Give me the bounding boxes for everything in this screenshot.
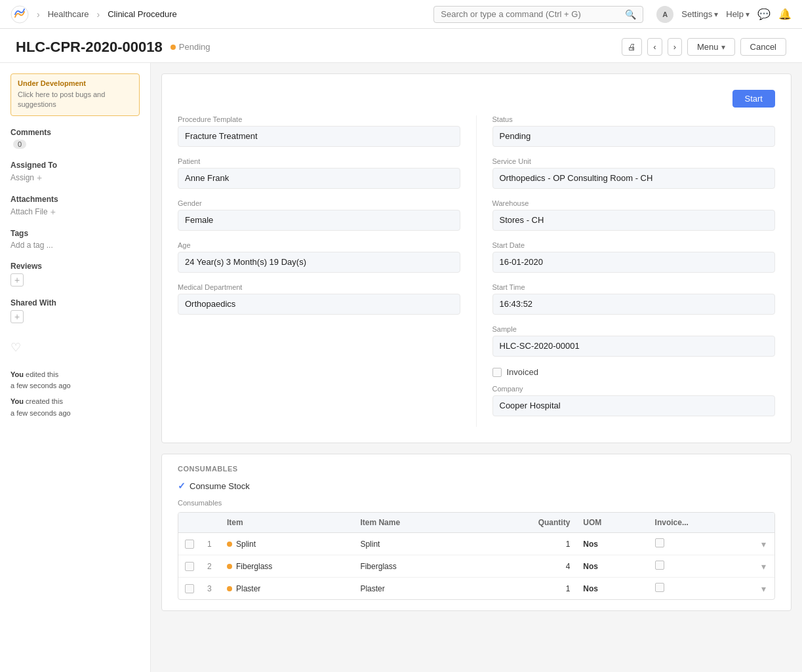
sidebar: Under Development Click here to post bug… [0,63,151,672]
start-btn-area: Start [178,90,775,108]
menu-button[interactable]: Menu ▾ [687,38,735,56]
comments-value[interactable]: 0 [10,140,140,149]
row-checkbox-cell[interactable] [178,555,201,578]
invoiced-label: Invoiced [507,367,538,377]
add-review-button[interactable]: + [10,273,140,287]
tags-label: Tags [10,229,140,238]
col-check-header [178,513,201,533]
warehouse-label: Warehouse [492,199,776,207]
start-button[interactable]: Start [732,90,775,108]
row-quantity: 1 [474,578,576,600]
table-row: 3 Plaster Plaster 1 Nos ▾ [178,578,774,600]
row-dropdown[interactable]: ▾ [755,578,774,600]
history-time-1: a few seconds ago [10,382,71,389]
breadcrumb-sep-1: › [37,9,40,20]
sidebar-history: You edited thisa few seconds ago You cre… [10,369,140,419]
field-warehouse: Warehouse Stores - CH [492,199,776,231]
row-quantity: 1 [474,533,576,555]
cancel-button[interactable]: Cancel [740,38,786,56]
gender-value[interactable]: Female [178,210,460,231]
patient-label: Patient [178,157,460,165]
print-button[interactable]: 🖨 [622,38,642,56]
field-patient: Patient Anne Frank [178,157,460,189]
col-quantity-header: Quantity [474,513,576,533]
page-layout: Under Development Click here to post bug… [0,63,802,672]
sidebar-banner[interactable]: Under Development Click here to post bug… [10,73,140,116]
chat-icon[interactable]: 💬 [757,8,771,20]
status-field-value[interactable]: Pending [492,126,776,147]
row-quantity: 4 [474,555,576,578]
row-invoice[interactable] [649,555,755,578]
consume-stock-label: Consume Stock [190,481,250,491]
doc-header: HLC-CPR-2020-00018 Pending 🖨 ‹ › Menu ▾ … [0,29,802,63]
field-status: Status Pending [492,115,776,147]
table-header-row: Item Item Name Quantity UOM Invoice... [178,513,774,533]
field-start-time: Start Time 16:43:52 [492,283,776,315]
row-uom: Nos [576,578,648,600]
row-invoice[interactable] [649,533,755,555]
field-service-unit: Service Unit Orthopedics - OP Consulting… [492,157,776,189]
start-time-label: Start Time [492,283,776,291]
gender-label: Gender [178,199,460,207]
company-label: Company [492,385,776,393]
status-label: Pending [179,42,211,52]
next-button[interactable]: › [668,38,682,56]
medical-dept-value[interactable]: Orthopaedics [178,294,460,315]
start-date-label: Start Date [492,241,776,249]
row-dropdown[interactable]: ▾ [755,555,774,578]
status-field-label: Status [492,115,776,123]
form-left-col: Procedure Template Fracture Treatment Pa… [178,115,477,427]
row-dropdown[interactable]: ▾ [755,533,774,555]
row-checkbox-cell[interactable] [178,578,201,600]
field-start-date: Start Date 16-01-2020 [492,241,776,273]
add-tag-button[interactable]: Add a tag ... [10,241,140,250]
invoiced-checkbox[interactable] [492,368,502,377]
settings-link[interactable]: Settings ▾ [681,9,718,19]
bell-icon[interactable]: 🔔 [778,8,792,20]
help-link[interactable]: Help ▾ [726,9,750,19]
app-logo[interactable] [10,5,29,24]
sidebar-comments: Comments 0 [10,128,140,149]
breadcrumb-healthcare[interactable]: Healthcare [48,9,89,19]
start-date-value[interactable]: 16-01-2020 [492,252,776,273]
sidebar-tags: Tags Add a tag ... [10,229,140,250]
history-actor-2: You [10,397,24,405]
attach-plus-icon: + [50,207,56,217]
heart-icon[interactable]: ♡ [10,340,140,355]
service-unit-label: Service Unit [492,157,776,165]
procedure-template-value[interactable]: Fracture Treatment [178,126,460,147]
prev-button[interactable]: ‹ [647,38,662,56]
col-item-header: Item [220,513,353,533]
row-item: Splint [220,533,353,555]
row-num: 1 [201,533,220,555]
company-value[interactable]: Cooper Hospital [492,395,776,416]
sample-value[interactable]: HLC-SC-2020-00001 [492,336,776,357]
main-content: Start Procedure Template Fracture Treatm… [151,63,802,672]
history-action-2: created this [26,397,63,405]
avatar: A [656,6,673,23]
search-bar[interactable]: 🔍 [433,6,643,23]
consumables-section-title: CONSUMABLES [178,465,775,473]
breadcrumb-clinical-procedure[interactable]: Clinical Procedure [108,9,177,19]
form-card: Start Procedure Template Fracture Treatm… [161,73,792,443]
history-actor-1: You [10,370,24,378]
patient-value[interactable]: Anne Frank [178,168,460,189]
consume-check-icon: ✓ [178,481,186,491]
search-input[interactable] [441,9,625,19]
search-icon: 🔍 [625,9,636,20]
row-invoice[interactable] [649,578,755,600]
service-unit-value[interactable]: Orthopedics - OP Consulting Room - CH [492,168,776,189]
attach-file-button[interactable]: Attach File + [10,207,140,217]
comments-label: Comments [10,128,140,137]
consumables-table-wrap: Item Item Name Quantity UOM Invoice... 1… [178,512,775,600]
row-item-name: Splint [353,533,474,555]
row-checkbox-cell[interactable] [178,533,201,555]
assign-button[interactable]: Assign + [10,172,140,183]
age-value[interactable]: 24 Year(s) 3 Month(s) 19 Day(s) [178,252,460,273]
warehouse-value[interactable]: Stores - CH [492,210,776,231]
assigned-to-label: Assigned To [10,161,140,170]
add-shared-button[interactable]: + [10,310,140,323]
procedure-template-label: Procedure Template [178,115,460,123]
sidebar-banner-title: Under Development [18,79,132,87]
start-time-value[interactable]: 16:43:52 [492,294,776,315]
